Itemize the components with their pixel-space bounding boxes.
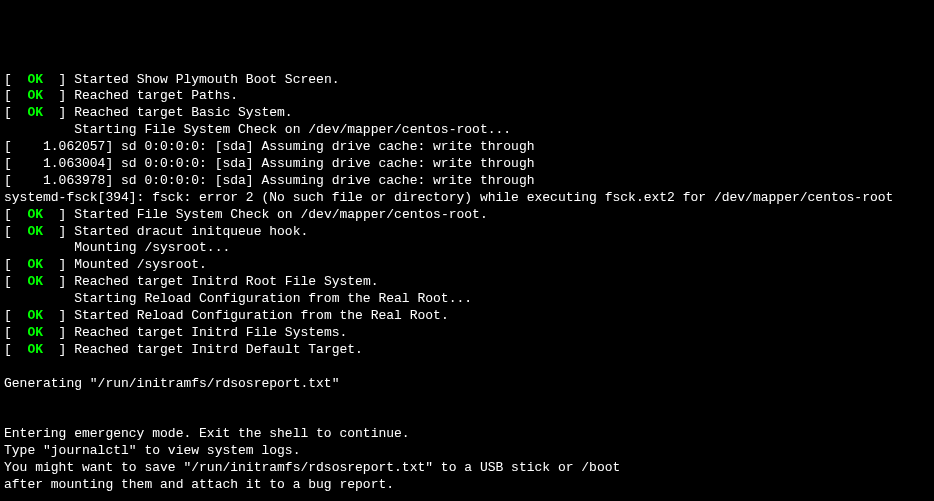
console-line: after mounting them and attach it to a b… bbox=[4, 477, 930, 494]
console-line: Starting Reload Configuration from the R… bbox=[4, 291, 930, 308]
console-line: Mounting /sysroot... bbox=[4, 240, 930, 257]
console-line: [ OK ] Reached target Initrd File System… bbox=[4, 325, 930, 342]
console-line: [ 1.063978] sd 0:0:0:0: [sda] Assuming d… bbox=[4, 173, 930, 190]
console-line: [ OK ] Reached target Paths. bbox=[4, 88, 930, 105]
console-line: [ 1.063004] sd 0:0:0:0: [sda] Assuming d… bbox=[4, 156, 930, 173]
console-line: [ OK ] Started File System Check on /dev… bbox=[4, 207, 930, 224]
console-line: You might want to save "/run/initramfs/r… bbox=[4, 460, 930, 477]
console-line: Generating "/run/initramfs/rdsosreport.t… bbox=[4, 376, 930, 393]
console-line: [ OK ] Started dracut initqueue hook. bbox=[4, 224, 930, 241]
console-line: [ OK ] Reached target Basic System. bbox=[4, 105, 930, 122]
console-line bbox=[4, 494, 930, 501]
console-line: Entering emergency mode. Exit the shell … bbox=[4, 426, 930, 443]
console-line: Type "journalctl" to view system logs. bbox=[4, 443, 930, 460]
console-line: [ 1.062057] sd 0:0:0:0: [sda] Assuming d… bbox=[4, 139, 930, 156]
console-line bbox=[4, 409, 930, 426]
console-line: [ OK ] Reached target Initrd Default Tar… bbox=[4, 342, 930, 359]
console-line: [ OK ] Started Reload Configuration from… bbox=[4, 308, 930, 325]
console-line: [ OK ] Reached target Initrd Root File S… bbox=[4, 274, 930, 291]
console-line: systemd-fsck[394]: fsck: error 2 (No suc… bbox=[4, 190, 930, 207]
boot-console[interactable]: [ OK ] Started Show Plymouth Boot Screen… bbox=[4, 72, 930, 501]
console-line: [ OK ] Started Show Plymouth Boot Screen… bbox=[4, 72, 930, 89]
console-line bbox=[4, 359, 930, 376]
console-line bbox=[4, 392, 930, 409]
console-line: Starting File System Check on /dev/mappe… bbox=[4, 122, 930, 139]
console-line: [ OK ] Mounted /sysroot. bbox=[4, 257, 930, 274]
